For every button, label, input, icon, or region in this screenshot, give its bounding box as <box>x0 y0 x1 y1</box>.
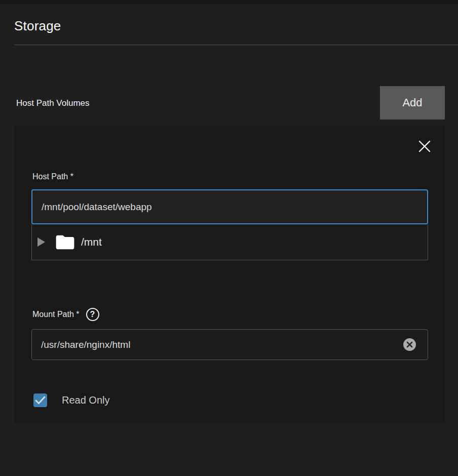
read-only-row: Read Only <box>33 393 110 407</box>
mount-path-label: Mount Path * <box>32 310 80 319</box>
read-only-checkbox[interactable] <box>33 393 47 407</box>
folder-icon <box>55 234 75 251</box>
page-title: Storage <box>14 18 61 34</box>
mount-path-field <box>31 329 428 360</box>
tree-item-label[interactable]: /mnt <box>81 236 102 248</box>
host-path-volumes-label: Host Path Volumes <box>16 98 90 108</box>
add-volume-button[interactable]: Add <box>380 86 445 120</box>
clear-x-icon <box>406 341 413 348</box>
top-shade <box>0 0 458 4</box>
host-path-tree: /mnt <box>31 224 428 260</box>
checkmark-icon <box>35 396 46 405</box>
close-icon <box>417 139 432 154</box>
expand-arrow-icon[interactable] <box>37 237 45 247</box>
mount-path-input[interactable] <box>32 330 428 360</box>
host-path-input[interactable] <box>31 189 428 224</box>
host-path-volume-card: Host Path * /mnt Mount Path * ? <box>14 126 445 423</box>
clear-input-button[interactable] <box>403 338 416 351</box>
close-button[interactable] <box>416 138 433 154</box>
title-divider <box>14 45 458 45</box>
host-path-label: Host Path * <box>32 172 73 181</box>
help-icon[interactable]: ? <box>86 308 99 321</box>
read-only-label: Read Only <box>62 394 110 406</box>
